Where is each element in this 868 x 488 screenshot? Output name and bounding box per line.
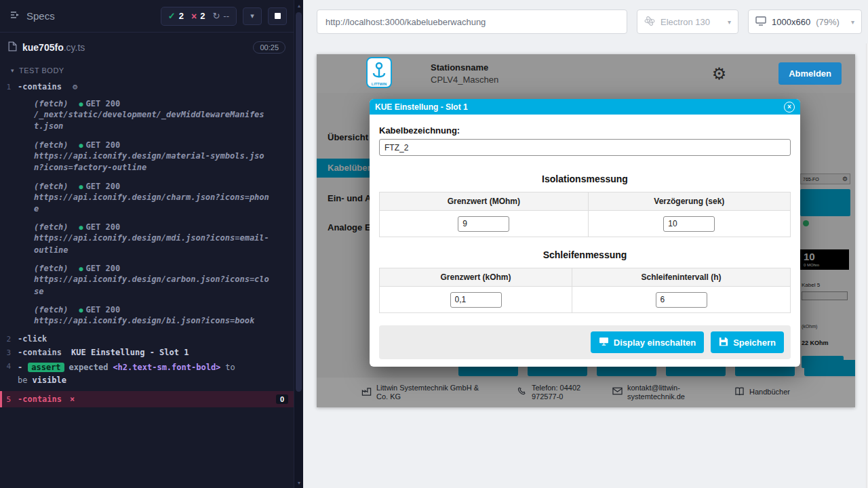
assert-selector: <h2.text-sm.font-bold> [113, 363, 220, 372]
viewport-size: 1000x660 [772, 17, 810, 27]
display-on-button[interactable]: Display einschalten [591, 331, 704, 353]
runner-header: Specs ✓2 ×2 ↻-- ▾ [0, 0, 294, 33]
logo-text: LITTWIN [372, 82, 387, 86]
status-dot-icon: ● [79, 100, 83, 108]
line-number: 3 [0, 348, 18, 357]
fetch-label: (fetch) [34, 182, 68, 191]
log-row-fetch[interactable]: (fetch)●GET 200https://api.iconify.desig… [0, 220, 294, 258]
aut-content-area: LITTWIN Stationsname CPLV4_Maschen ⚙ Abm… [303, 43, 868, 488]
collapse-button[interactable]: ▾ [243, 7, 262, 25]
test-body-label: TEST BODY [19, 66, 64, 75]
stop-button[interactable] [268, 7, 287, 25]
grenzwert-mohm-input[interactable] [458, 216, 509, 232]
passed-count: 2 [179, 11, 184, 21]
fetch-url: https://api.iconify.design/charm.json?ic… [34, 192, 273, 216]
status-dot-icon: ● [79, 306, 83, 314]
log-row-contains-failed[interactable]: 5 -contains × 0 [0, 391, 294, 407]
line-number: 1 [0, 82, 18, 92]
log-row-click[interactable]: 2 -click [0, 332, 294, 346]
modal-footer: Display einschalten Speichern [379, 325, 791, 359]
pending-count: -- [223, 11, 229, 21]
app-footer: Littwin Systemtechnik GmbH & Co. KG Tele… [317, 378, 855, 407]
url-input[interactable] [317, 9, 627, 34]
schleifen-table: Grenzwert (kOhm) Schleifenintervall (h) [379, 268, 791, 313]
email-text: kontakt@littwin-systemtechnik.de [627, 384, 707, 401]
line-number: 4 [0, 361, 18, 371]
viewport-select[interactable]: 1000x660 (79%) ▾ [748, 9, 862, 34]
failed-count: 2 [200, 11, 205, 21]
fetch-label: (fetch) [34, 305, 68, 314]
log-row-fetch[interactable]: (fetch)●GET 200https://api.iconify.desig… [0, 262, 294, 300]
littwin-logo: LITTWIN [366, 57, 392, 91]
logout-button[interactable]: Abmelden [778, 62, 842, 85]
assert-badge: assert [28, 363, 64, 372]
schleifenintervall-input[interactable] [656, 292, 707, 308]
fetch-url: https://api.iconify.design/bi.json?icons… [34, 315, 273, 327]
scroll-up-icon[interactable]: ▴ [294, 0, 304, 11]
specs-list-icon[interactable] [9, 9, 20, 23]
isolation-heading: Isolationsmessung [379, 174, 791, 184]
footer-email[interactable]: kontakt@littwin-systemtechnik.de [612, 378, 707, 407]
test-body-toggle[interactable]: ▾ TEST BODY [0, 60, 294, 79]
log-row-fetch[interactable]: (fetch)●GET 200https://api.iconify.desig… [0, 180, 294, 218]
log-row-fetch[interactable]: (fetch)●GET 200https://api.iconify.desig… [0, 138, 294, 176]
kabelbezeichnung-input[interactable] [379, 139, 791, 156]
cypress-runner-panel: Specs ✓2 ×2 ↻-- ▾ kue705fo.cy.ts 00:25 [0, 0, 303, 488]
spec-name: kue705fo [22, 42, 64, 53]
save-button[interactable]: Speichern [711, 331, 784, 353]
command-name: -contains [18, 348, 62, 357]
log-row-contains-2[interactable]: 3 -contains KUE Einstellung - Slot 1 [0, 346, 294, 359]
window: Specs ✓2 ×2 ↻-- ▾ kue705fo.cy.ts 00:25 [0, 0, 868, 488]
phone-icon [517, 386, 527, 398]
kue-settings-modal: KUE Einstellung - Slot 1 × Kabelbezeichn… [370, 99, 800, 367]
status-dot-icon: ● [79, 224, 83, 231]
aut-pane: Electron 130 ▾ 1000x660 (79%) ▾ LITTWIN [303, 0, 868, 488]
close-icon[interactable]: × [784, 102, 795, 113]
column-header: Verzögerung (sek) [588, 192, 790, 211]
scroll-down-icon[interactable]: ▾ [294, 477, 304, 488]
settings-gear-icon[interactable]: ⚙ [712, 66, 727, 82]
scrollbar-thumb[interactable] [296, 12, 302, 392]
runner-scrollbar[interactable]: ▴ ▾ [294, 0, 303, 488]
footer-company: Littwin Systemtechnik GmbH & Co. KG [361, 378, 484, 407]
modal-header: KUE Einstellung - Slot 1 × [370, 99, 800, 115]
command-dash: - [18, 363, 22, 372]
log-row-assert[interactable]: 4 -assertexpected<h2.text-sm.font-bold>t… [0, 359, 294, 388]
fetch-status: GET 200 [86, 182, 121, 191]
fetch-label: (fetch) [34, 140, 68, 150]
gear-icon: ⚙ [73, 82, 77, 92]
modal-body: Kabelbezeichnung: Isolationsmessung Gren… [370, 115, 800, 313]
station-value: CPLV4_Maschen [431, 74, 498, 86]
verzoegerung-sek-input[interactable] [663, 216, 715, 232]
fetch-url: /_next/static/development/_devMiddleware… [34, 109, 273, 133]
stat-failed: ×2 [191, 11, 205, 22]
display-on-label: Display einschalten [614, 338, 696, 348]
browser-name: Electron 130 [660, 17, 710, 27]
spec-file-row[interactable]: kue705fo.cy.ts 00:25 [0, 35, 294, 60]
status-dot-icon: ● [79, 265, 83, 272]
command-name: -contains [18, 394, 62, 404]
chevron-down-icon: ▾ [728, 18, 731, 26]
line-number [0, 140, 18, 141]
specs-label[interactable]: Specs [26, 10, 55, 22]
command-log: 1 -contains ⚙ (fetch)●GET 200/_next/stat… [0, 79, 294, 488]
aut-toolbar: Electron 130 ▾ 1000x660 (79%) ▾ [303, 0, 868, 43]
log-row-contains-1[interactable]: 1 -contains ⚙ [0, 80, 294, 94]
footer-phone: Telefon: 04402 972577-0 [517, 378, 608, 407]
column-header: Grenzwert (kOhm) [380, 268, 572, 287]
log-row-fetch[interactable]: (fetch)●GET 200https://api.iconify.desig… [0, 303, 294, 329]
line-number [0, 264, 18, 264]
manuals-text: Handbücher [749, 388, 790, 396]
company-text: Littwin Systemtechnik GmbH & Co. KG [376, 384, 484, 401]
table-cell [572, 287, 791, 313]
browser-select[interactable]: Electron 130 ▾ [637, 9, 738, 34]
modal-title: KUE Einstellung - Slot 1 [375, 102, 468, 112]
line-number [0, 222, 18, 223]
log-row-fetch[interactable]: (fetch)●GET 200/_next/static/development… [0, 97, 294, 135]
column-header: Grenzwert (MOhm) [380, 192, 589, 211]
grenzwert-kohm-input[interactable] [450, 292, 502, 308]
line-number [0, 99, 18, 100]
line-number [0, 305, 18, 306]
footer-manuals-link[interactable]: Handbücher [734, 378, 790, 407]
monitor-icon [599, 337, 609, 348]
